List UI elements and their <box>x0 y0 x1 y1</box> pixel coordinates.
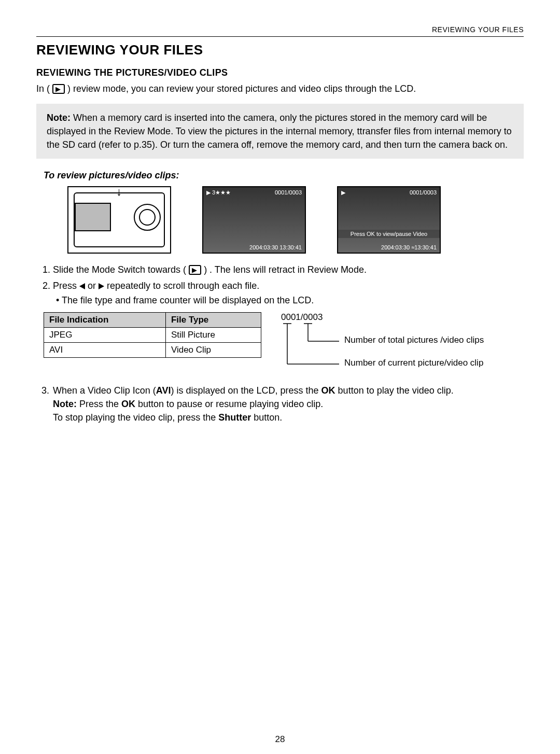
table-header-type: File Type <box>165 312 261 327</box>
counter-example-label: 0001/0003 <box>281 312 323 323</box>
figure-lcd-still: ▶ 3★★★ 0001/0003 2004:03:30 13:30:41 <box>202 186 306 254</box>
counter-total-label: Number of total pictures /video clips <box>344 335 484 345</box>
step-2-bullet: The file type and frame counter will be … <box>56 294 524 307</box>
right-arrow-icon <box>99 283 104 289</box>
table-row: JPEGStill Picture <box>44 327 261 342</box>
play-mode-icon: ▶ <box>52 84 65 94</box>
intro-text: In ( ▶ ) review mode, you can review you… <box>36 82 524 95</box>
section-title: REVIEWING THE PICTURES/VIDEO CLIPS <box>36 67 524 78</box>
frame-counter-diagram: 0001/0003 Number of total pictures /vide… <box>272 312 510 374</box>
figure-row: ↓ ▶ 3★★★ 0001/0003 2004:03:30 13:30:41 ▶… <box>67 186 524 254</box>
running-header: REVIEWING YOUR FILES <box>432 25 524 34</box>
page-number: 28 <box>0 734 560 745</box>
page-title: REVIEWING YOUR FILES <box>36 42 524 58</box>
left-arrow-icon <box>79 283 85 289</box>
figure-camera-diagram: ↓ <box>67 186 171 254</box>
instruction-list: Slide the Mode Switch towards ( ▶ ) . Th… <box>41 263 524 306</box>
figure-lcd-video: ▶ 0001/0003 Press OK to view/pause Video… <box>337 186 441 254</box>
step-1: Slide the Mode Switch towards ( ▶ ) . Th… <box>53 263 524 276</box>
play-mode-icon: ▶ <box>189 265 201 275</box>
subheading: To review pictures/video clips: <box>44 170 524 181</box>
step-3: 3.When a Video Clip Icon (AVI) is displa… <box>41 384 524 424</box>
note-box: Note: When a memory card is inserted int… <box>36 104 524 159</box>
file-type-table: File Indication File Type JPEGStill Pict… <box>44 312 261 358</box>
table-header-indication: File Indication <box>44 312 166 327</box>
counter-current-label: Number of current picture/video clip <box>344 358 483 368</box>
step-2: Press or repeatedly to scroll through ea… <box>53 279 524 307</box>
table-row: AVIVideo Clip <box>44 342 261 357</box>
